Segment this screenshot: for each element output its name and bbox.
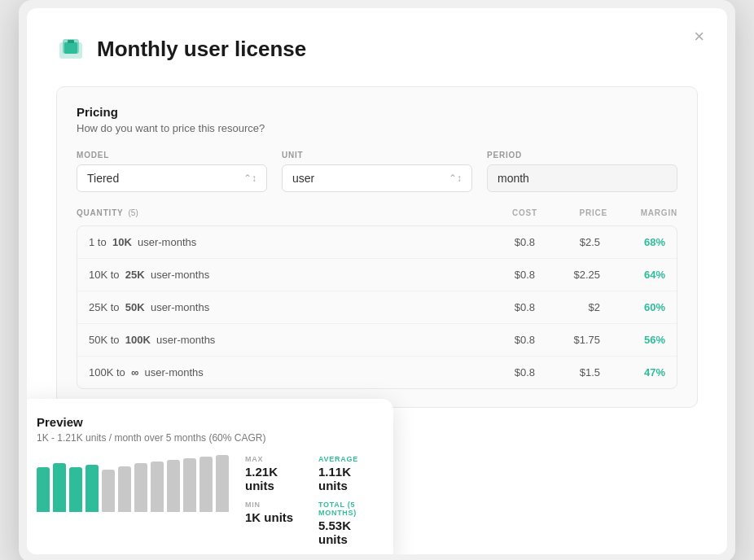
field-row: MODEL Tiered ⌃↕ UNIT user ⌃↕ PERIOD mont… [77,151,677,192]
max-label: MAX [245,455,302,463]
bar-chart [37,455,229,512]
tier-price: $2.25 [535,269,600,281]
unit-label: UNIT [282,151,472,160]
preview-card: Preview 1K - 1.21K units / month over 5 … [27,399,393,554]
pricing-title: Pricing [77,105,677,119]
table-row[interactable]: 10K to 25K user-months $0.8 $2.25 64% [77,259,677,291]
pricing-subtitle: How do you want to price this resource? [77,122,677,134]
stats-grid: MAX 1.21K units AVERAGE 1.11K units MIN … [245,455,375,546]
modal-wrapper: Monthly user license × Pricing How do yo… [19,0,735,560]
chevron-down-icon-unit: ⌃↕ [449,173,462,184]
bar-chart-bar [183,458,196,512]
svg-rect-2 [64,42,77,54]
close-button[interactable]: × [694,28,704,46]
preview-subtitle: 1K - 1.21K units / month over 5 months (… [37,432,375,444]
bar-chart-bar [85,465,99,512]
bar-chart-bar [102,470,115,512]
bar-chart-bar [167,460,180,512]
price-header: PRICE [542,208,607,217]
tiers-table: 1 to 10K user-months $0.8 $2.5 68% 10K t… [77,225,677,389]
table-row[interactable]: 25K to 50K user-months $0.8 $2 60% [77,291,677,324]
stat-average: AVERAGE 1.11K units [318,455,375,492]
tier-price: $1.5 [535,366,600,378]
stat-min: MIN 1K units [245,501,302,546]
min-label: MIN [245,501,302,509]
bar-chart-bar [199,457,213,512]
tier-cost: $0.8 [470,334,535,346]
tier-margin: 47% [600,366,665,378]
bar-chart-bar [216,455,229,512]
period-label: PERIOD [487,151,677,160]
tier-margin: 60% [600,301,665,313]
quantity-count: (5) [129,208,138,217]
pricing-section: Pricing How do you want to price this re… [56,86,698,408]
chevron-down-icon: ⌃↕ [243,173,256,184]
min-value: 1K units [245,510,302,524]
tier-margin: 56% [600,334,665,346]
model-value: Tiered [87,172,119,185]
tier-cost: $0.8 [470,301,535,313]
bar-chart-bar [37,467,50,512]
modal-inner: Monthly user license × Pricing How do yo… [27,8,727,554]
model-label: MODEL [77,151,267,160]
tier-range: 10K to 25K user-months [89,269,470,281]
total-value: 5.53K units [318,518,375,546]
preview-content: MAX 1.21K units AVERAGE 1.11K units MIN … [37,455,375,546]
model-field: MODEL Tiered ⌃↕ [77,151,267,192]
tier-cost: $0.8 [470,236,535,248]
tier-price: $1.75 [535,334,600,346]
bar-chart-bar [69,467,82,512]
svg-rect-3 [68,40,74,43]
tier-price: $2 [535,301,600,313]
average-value: 1.11K units [318,465,375,492]
period-input[interactable]: month [487,164,677,192]
total-label: TOTAL (5 MONTHS) [318,501,375,517]
tier-margin: 68% [600,236,665,248]
unit-value: user [292,172,314,185]
package-icon [56,34,85,63]
tier-range: 100K to ∞ user-months [89,366,470,378]
max-value: 1.21K units [245,465,302,492]
stat-total: TOTAL (5 MONTHS) 5.53K units [318,501,375,546]
quantity-header: QUANTITY (5) COST PRICE MARGIN [77,208,677,217]
bar-chart-bar [53,463,66,512]
bar-chart-bar [118,466,131,512]
tier-cost: $0.8 [470,366,535,378]
bar-chart-bar [134,463,147,512]
bar-chart-bar [151,462,164,512]
table-row[interactable]: 50K to 100K user-months $0.8 $1.75 56% [77,324,677,357]
tier-margin: 64% [600,269,665,281]
cost-header: COST [472,208,537,217]
period-field: PERIOD month [487,151,677,192]
average-label: AVERAGE [318,455,375,463]
tier-range: 25K to 50K user-months [89,301,470,313]
unit-field: UNIT user ⌃↕ [282,151,472,192]
table-row[interactable]: 1 to 10K user-months $0.8 $2.5 68% [77,226,677,259]
modal-title: Monthly user license [97,37,306,62]
tier-range: 50K to 100K user-months [89,334,470,346]
stat-max: MAX 1.21K units [245,455,302,492]
quantity-label: QUANTITY [77,208,124,217]
modal-header: Monthly user license × [56,34,698,63]
preview-title: Preview [37,415,375,429]
tier-cost: $0.8 [470,269,535,281]
tier-price: $2.5 [535,236,600,248]
margin-header: MARGIN [612,208,677,217]
unit-select[interactable]: user ⌃↕ [282,164,472,192]
tier-range: 1 to 10K user-months [89,236,470,248]
model-select[interactable]: Tiered ⌃↕ [77,164,267,192]
table-row[interactable]: 100K to ∞ user-months $0.8 $1.5 47% [77,357,677,388]
